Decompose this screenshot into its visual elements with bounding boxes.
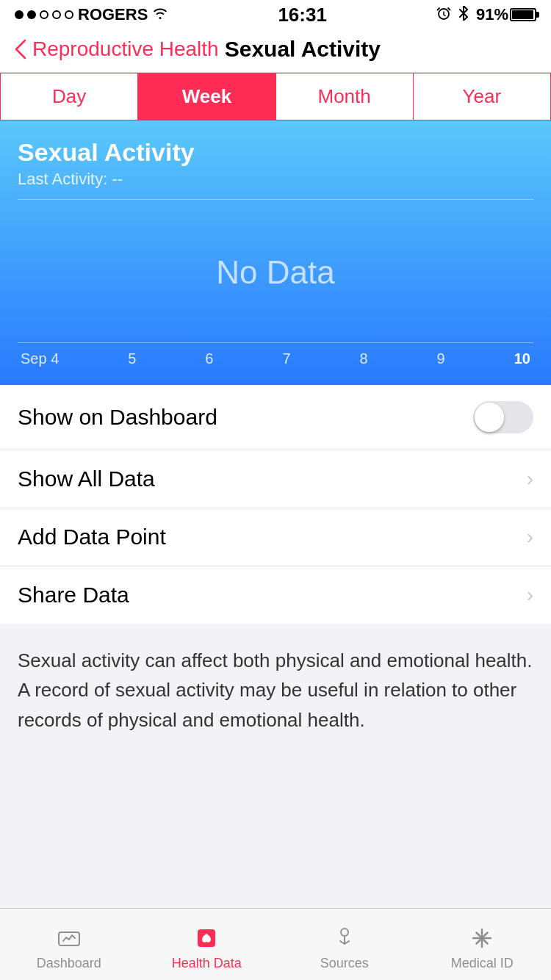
nav-label-dashboard: Dashboard (37, 956, 101, 971)
header: Reproductive Health Sexual Activity (0, 29, 551, 73)
bluetooth-icon (458, 6, 469, 24)
health-data-icon (193, 925, 220, 951)
list-item-right (473, 401, 533, 433)
chevron-right-icon: › (527, 525, 533, 549)
svg-point-3 (341, 929, 348, 936)
time-period-tabs: Day Week Month Year (0, 73, 551, 120)
chart-subtitle: Last Activity: -- (18, 170, 533, 189)
back-button[interactable] (15, 39, 26, 60)
chevron-right-icon: › (527, 583, 533, 607)
list-item-label: Show on Dashboard (18, 405, 217, 430)
alarm-icon (436, 6, 451, 24)
battery-percent: 91% (476, 5, 508, 24)
list-item-label: Show All Data (18, 466, 155, 491)
wifi-icon (152, 7, 168, 24)
x-label: 10 (514, 350, 530, 367)
nav-label-health-data: Health Data (172, 956, 242, 971)
no-data-label: No Data (18, 210, 533, 342)
chart-divider (18, 199, 533, 200)
nav-label-sources: Sources (320, 956, 369, 971)
carrier-label: ROGERS (78, 5, 148, 24)
list-item-label: Share Data (18, 583, 129, 608)
list-item-alldata[interactable]: Show All Data› (0, 450, 551, 508)
nav-item-dashboard[interactable]: Dashboard (0, 918, 138, 971)
back-label[interactable]: Reproductive Health (32, 37, 219, 61)
nav-label-medical-id: Medical ID (451, 956, 514, 971)
signal-dots (15, 10, 73, 19)
list-item-label: Add Data Point (18, 525, 166, 550)
tab-year[interactable]: Year (414, 73, 550, 120)
chart-area: Sexual Activity Last Activity: -- No Dat… (0, 120, 551, 385)
battery-icon (510, 8, 536, 21)
dashboard-icon (56, 925, 82, 951)
x-label: Sep 4 (21, 350, 59, 367)
list-item-right: › (527, 583, 533, 607)
list-item-share[interactable]: Share Data› (0, 566, 551, 624)
nav-item-medical-id[interactable]: Medical ID (414, 918, 552, 971)
chart-x-axis: Sep 45678910 (18, 342, 533, 379)
x-label: 6 (205, 350, 213, 367)
page-title: Sexual Activity (225, 37, 381, 62)
status-left: ROGERS (15, 5, 168, 24)
x-label: 5 (128, 350, 136, 367)
chevron-right-icon: › (527, 467, 533, 491)
status-right: 91% (436, 5, 536, 24)
bottom-nav: Dashboard Health Data Sources Medical ID (0, 908, 551, 980)
nav-item-sources[interactable]: Sources (276, 918, 414, 971)
toggle-show-dashboard[interactable] (473, 401, 533, 433)
tab-day[interactable]: Day (1, 73, 138, 120)
x-label: 9 (437, 350, 445, 367)
status-time: 16:31 (278, 4, 327, 26)
sources-icon (331, 925, 358, 951)
tab-week[interactable]: Week (138, 73, 276, 120)
status-bar: ROGERS 16:31 91% (0, 0, 551, 29)
list-item-addpoint[interactable]: Add Data Point› (0, 508, 551, 566)
options-list: Show on DashboardShow All Data›Add Data … (0, 385, 551, 624)
nav-item-health-data[interactable]: Health Data (138, 918, 276, 971)
description-text: Sexual activity can affect both physical… (18, 646, 533, 735)
x-label: 7 (282, 350, 290, 367)
x-label: 8 (360, 350, 368, 367)
description-section: Sexual activity can affect both physical… (0, 624, 551, 757)
tab-month[interactable]: Month (276, 73, 414, 120)
list-item-right: › (527, 525, 533, 549)
chart-title: Sexual Activity (18, 138, 533, 167)
battery-indicator: 91% (476, 5, 536, 24)
list-item-right: › (527, 467, 533, 491)
toggle-knob (475, 403, 504, 432)
medical-id-icon (469, 925, 495, 951)
list-item-dashboard[interactable]: Show on Dashboard (0, 385, 551, 450)
